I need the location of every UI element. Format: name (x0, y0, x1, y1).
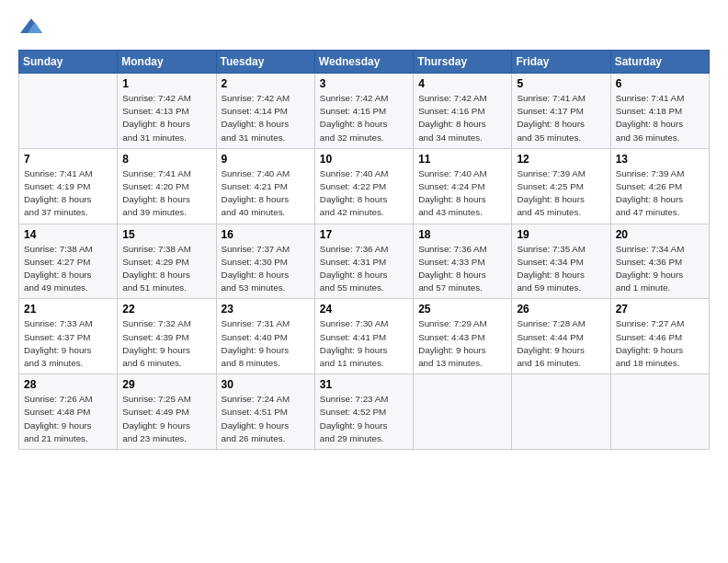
day-cell: 29Sunrise: 7:25 AM Sunset: 4:49 PM Dayli… (118, 374, 216, 450)
day-cell: 28Sunrise: 7:26 AM Sunset: 4:48 PM Dayli… (19, 374, 118, 450)
day-number: 7 (24, 153, 112, 166)
day-info: Sunrise: 7:25 AM Sunset: 4:49 PM Dayligh… (122, 393, 210, 445)
day-number: 16 (222, 228, 310, 241)
day-info: Sunrise: 7:38 AM Sunset: 4:29 PM Dayligh… (122, 243, 210, 295)
day-number: 23 (222, 303, 310, 316)
day-number: 3 (320, 77, 408, 90)
day-cell: 26Sunrise: 7:28 AM Sunset: 4:44 PM Dayli… (512, 299, 610, 374)
day-cell: 1Sunrise: 7:42 AM Sunset: 4:13 PM Daylig… (118, 74, 216, 149)
calendar-header: SundayMondayTuesdayWednesdayThursdayFrid… (19, 51, 710, 74)
day-cell: 22Sunrise: 7:32 AM Sunset: 4:39 PM Dayli… (118, 299, 216, 374)
day-cell: 11Sunrise: 7:40 AM Sunset: 4:24 PM Dayli… (414, 148, 512, 224)
day-info: Sunrise: 7:23 AM Sunset: 4:52 PM Dayligh… (320, 393, 408, 445)
day-info: Sunrise: 7:36 AM Sunset: 4:33 PM Dayligh… (418, 243, 506, 295)
day-cell: 27Sunrise: 7:27 AM Sunset: 4:46 PM Dayli… (610, 299, 709, 374)
day-cell: 2Sunrise: 7:42 AM Sunset: 4:14 PM Daylig… (216, 74, 314, 149)
week-row-3: 14Sunrise: 7:38 AM Sunset: 4:27 PM Dayli… (19, 224, 710, 299)
day-info: Sunrise: 7:41 AM Sunset: 4:17 PM Dayligh… (517, 92, 605, 144)
day-info: Sunrise: 7:31 AM Sunset: 4:40 PM Dayligh… (222, 317, 310, 370)
day-number: 11 (418, 153, 506, 166)
day-number: 28 (24, 378, 112, 391)
day-info: Sunrise: 7:35 AM Sunset: 4:34 PM Dayligh… (517, 243, 605, 295)
day-number: 5 (517, 77, 605, 90)
day-info: Sunrise: 7:40 AM Sunset: 4:22 PM Dayligh… (320, 167, 408, 220)
day-number: 12 (517, 153, 605, 166)
day-info: Sunrise: 7:24 AM Sunset: 4:51 PM Dayligh… (222, 393, 310, 445)
day-number: 29 (122, 378, 210, 391)
day-number: 15 (122, 228, 210, 241)
day-cell: 31Sunrise: 7:23 AM Sunset: 4:52 PM Dayli… (314, 374, 413, 450)
day-cell: 18Sunrise: 7:36 AM Sunset: 4:33 PM Dayli… (414, 224, 512, 299)
day-info: Sunrise: 7:41 AM Sunset: 4:20 PM Dayligh… (122, 167, 210, 220)
day-info: Sunrise: 7:41 AM Sunset: 4:19 PM Dayligh… (24, 167, 112, 220)
day-info: Sunrise: 7:36 AM Sunset: 4:31 PM Dayligh… (320, 243, 408, 295)
page: SundayMondayTuesdayWednesdayThursdayFrid… (0, 0, 728, 563)
day-cell (19, 74, 118, 149)
day-cell: 30Sunrise: 7:24 AM Sunset: 4:51 PM Dayli… (216, 374, 314, 450)
day-info: Sunrise: 7:40 AM Sunset: 4:21 PM Dayligh… (222, 167, 310, 220)
day-info: Sunrise: 7:32 AM Sunset: 4:39 PM Dayligh… (122, 317, 210, 370)
day-info: Sunrise: 7:39 AM Sunset: 4:25 PM Dayligh… (517, 167, 605, 220)
day-cell: 10Sunrise: 7:40 AM Sunset: 4:22 PM Dayli… (314, 148, 413, 224)
header-cell-saturday: Saturday (610, 51, 709, 74)
day-info: Sunrise: 7:30 AM Sunset: 4:41 PM Dayligh… (320, 317, 408, 370)
day-number: 9 (222, 153, 310, 166)
logo (18, 15, 48, 40)
day-cell: 6Sunrise: 7:41 AM Sunset: 4:18 PM Daylig… (610, 74, 709, 149)
day-cell: 21Sunrise: 7:33 AM Sunset: 4:37 PM Dayli… (19, 299, 118, 374)
header-cell-monday: Monday (118, 51, 216, 74)
day-number: 14 (24, 228, 112, 241)
day-cell: 5Sunrise: 7:41 AM Sunset: 4:17 PM Daylig… (512, 74, 610, 149)
day-number: 31 (320, 378, 408, 391)
day-info: Sunrise: 7:37 AM Sunset: 4:30 PM Dayligh… (222, 243, 310, 295)
day-cell (512, 374, 610, 450)
calendar-table: SundayMondayTuesdayWednesdayThursdayFrid… (18, 50, 710, 450)
day-cell: 19Sunrise: 7:35 AM Sunset: 4:34 PM Dayli… (512, 224, 610, 299)
day-cell: 9Sunrise: 7:40 AM Sunset: 4:21 PM Daylig… (216, 148, 314, 224)
week-row-4: 21Sunrise: 7:33 AM Sunset: 4:37 PM Dayli… (19, 299, 710, 374)
day-cell: 24Sunrise: 7:30 AM Sunset: 4:41 PM Dayli… (314, 299, 413, 374)
day-info: Sunrise: 7:33 AM Sunset: 4:37 PM Dayligh… (24, 317, 112, 370)
day-number: 26 (517, 303, 605, 316)
day-info: Sunrise: 7:27 AM Sunset: 4:46 PM Dayligh… (616, 317, 704, 370)
day-number: 8 (122, 153, 210, 166)
day-info: Sunrise: 7:42 AM Sunset: 4:14 PM Dayligh… (222, 92, 310, 144)
day-info: Sunrise: 7:29 AM Sunset: 4:43 PM Dayligh… (418, 317, 506, 370)
day-number: 20 (616, 228, 704, 241)
day-info: Sunrise: 7:39 AM Sunset: 4:26 PM Dayligh… (616, 167, 704, 220)
day-number: 1 (122, 77, 210, 90)
day-cell: 17Sunrise: 7:36 AM Sunset: 4:31 PM Dayli… (314, 224, 413, 299)
day-info: Sunrise: 7:40 AM Sunset: 4:24 PM Dayligh… (418, 167, 506, 220)
day-info: Sunrise: 7:41 AM Sunset: 4:18 PM Dayligh… (616, 92, 704, 144)
day-number: 22 (122, 303, 210, 316)
day-cell: 20Sunrise: 7:34 AM Sunset: 4:36 PM Dayli… (610, 224, 709, 299)
logo-icon (18, 15, 44, 40)
header-cell-sunday: Sunday (19, 51, 118, 74)
day-info: Sunrise: 7:42 AM Sunset: 4:16 PM Dayligh… (418, 92, 506, 144)
day-cell: 4Sunrise: 7:42 AM Sunset: 4:16 PM Daylig… (414, 74, 512, 149)
day-cell: 25Sunrise: 7:29 AM Sunset: 4:43 PM Dayli… (414, 299, 512, 374)
day-cell: 7Sunrise: 7:41 AM Sunset: 4:19 PM Daylig… (19, 148, 118, 224)
header-row: SundayMondayTuesdayWednesdayThursdayFrid… (19, 51, 710, 74)
day-cell: 23Sunrise: 7:31 AM Sunset: 4:40 PM Dayli… (216, 299, 314, 374)
header (18, 15, 710, 40)
week-row-1: 1Sunrise: 7:42 AM Sunset: 4:13 PM Daylig… (19, 74, 710, 149)
header-cell-thursday: Thursday (414, 51, 512, 74)
day-cell (610, 374, 709, 450)
day-info: Sunrise: 7:38 AM Sunset: 4:27 PM Dayligh… (24, 243, 112, 295)
calendar-body: 1Sunrise: 7:42 AM Sunset: 4:13 PM Daylig… (19, 74, 710, 450)
day-number: 13 (616, 153, 704, 166)
week-row-5: 28Sunrise: 7:26 AM Sunset: 4:48 PM Dayli… (19, 374, 710, 450)
day-cell: 16Sunrise: 7:37 AM Sunset: 4:30 PM Dayli… (216, 224, 314, 299)
header-cell-tuesday: Tuesday (216, 51, 314, 74)
day-number: 21 (24, 303, 112, 316)
day-number: 17 (320, 228, 408, 241)
day-info: Sunrise: 7:34 AM Sunset: 4:36 PM Dayligh… (616, 243, 704, 295)
day-cell: 12Sunrise: 7:39 AM Sunset: 4:25 PM Dayli… (512, 148, 610, 224)
day-cell: 15Sunrise: 7:38 AM Sunset: 4:29 PM Dayli… (118, 224, 216, 299)
day-info: Sunrise: 7:26 AM Sunset: 4:48 PM Dayligh… (24, 393, 112, 445)
day-number: 2 (222, 77, 310, 90)
day-info: Sunrise: 7:42 AM Sunset: 4:13 PM Dayligh… (122, 92, 210, 144)
header-cell-friday: Friday (512, 51, 610, 74)
day-number: 24 (320, 303, 408, 316)
